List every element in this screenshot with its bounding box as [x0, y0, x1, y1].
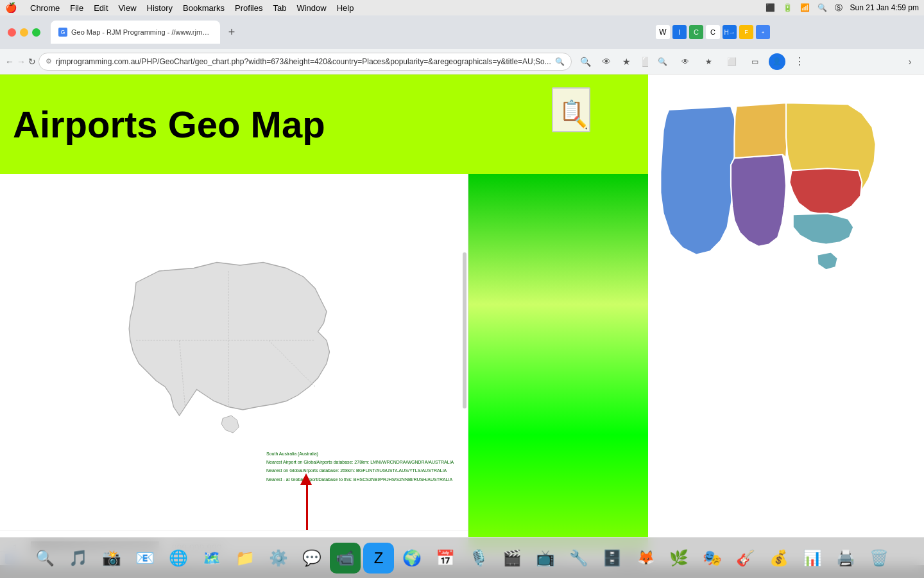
dock-app1[interactable]: 🌿: [663, 543, 694, 574]
menu-window[interactable]: Window: [296, 3, 326, 13]
pencil-icon: ✏️: [575, 118, 588, 130]
clock: Sun 21 Jan 4:59 pm: [850, 3, 919, 12]
right-sidebar-btn[interactable]: ▭: [746, 53, 764, 71]
dock-settings[interactable]: ⚙️: [263, 543, 294, 574]
australia-colored-svg: [648, 81, 924, 325]
right-zoom-btn[interactable]: 🔍: [653, 53, 671, 71]
right-profile-btn[interactable]: 👤: [769, 53, 785, 70]
dock-app2[interactable]: 🎭: [697, 543, 728, 574]
menu-history[interactable]: History: [147, 3, 173, 13]
dock-calendar[interactable]: 📅: [430, 543, 461, 574]
right-eye-btn[interactable]: 👁: [676, 53, 694, 71]
ext-row: W I C C H→ F +: [656, 25, 916, 39]
dock: 🔍 🎵 📸 📧 🌐 🗺️ 📁 ⚙️ 💬 📹 Z 🌍 📅 🎙️ 🎬 📺 🔧 🗄️ …: [0, 537, 924, 578]
menu-bookmarks[interactable]: Bookmarks: [183, 3, 225, 13]
label-nearest1: Nearest Airport on GlobalAirports databa…: [266, 459, 454, 466]
right-panel: W I C C H→ F + 🔍 👁 ★ ⬜ ▭ 👤 ⋮ ›: [648, 15, 924, 565]
dock-files[interactable]: 📁: [230, 543, 261, 574]
traffic-lights: [8, 28, 40, 37]
gradient-area: [468, 174, 648, 565]
dock-facetime[interactable]: 📹: [330, 543, 361, 574]
dock-chrome[interactable]: 🌍: [397, 543, 427, 574]
dock-music[interactable]: 🎵: [63, 543, 94, 574]
menu-view[interactable]: View: [119, 3, 137, 13]
siri-icon[interactable]: Ⓢ: [835, 3, 843, 13]
tab-favicon: G: [58, 28, 67, 37]
menu-file[interactable]: File: [70, 3, 83, 13]
map-area: South Australia (Australia) Nearest Airp…: [0, 174, 468, 565]
tab-title: Geo Map - RJM Programming - //www.rjmpro…: [71, 28, 212, 36]
dock-zoom[interactable]: Z: [363, 543, 394, 574]
page-title: Airports Geo Map: [13, 103, 325, 146]
dock-app6[interactable]: 🖨️: [830, 543, 861, 574]
eye-button[interactable]: 👁: [597, 53, 615, 71]
dock-safari[interactable]: 🌐: [163, 543, 194, 574]
dock-db[interactable]: 🗄️: [597, 543, 628, 574]
ext-icon-4[interactable]: C: [706, 25, 720, 39]
dock-app5[interactable]: 📊: [797, 543, 828, 574]
label-sa: South Australia (Australia): [266, 450, 454, 457]
notepad-icon: 📋: [560, 99, 583, 121]
dock-tools[interactable]: 🔧: [563, 543, 594, 574]
dock-app3[interactable]: 🎸: [730, 543, 761, 574]
search-menubar-icon[interactable]: 🔍: [817, 3, 827, 12]
bluetooth-icon: ⬛: [766, 3, 775, 12]
dock-podcast[interactable]: 🎙️: [463, 543, 494, 574]
forward-button[interactable]: →: [17, 53, 26, 71]
dock-tv[interactable]: 📺: [530, 543, 561, 574]
menu-edit[interactable]: Edit: [94, 3, 108, 13]
address-bar[interactable]: ⚙ rjmprogramming.com.au/PHP/GeoChart/geo…: [38, 53, 572, 71]
dock-mail[interactable]: 📧: [130, 543, 160, 574]
menu-bar-right: ⬛ 🔋 📶 🔍 Ⓢ Sun 21 Jan 4:59 pm: [766, 3, 919, 13]
dock-itunes[interactable]: 🎬: [497, 543, 527, 574]
dock-messages[interactable]: 💬: [296, 543, 327, 574]
ext-icon-2[interactable]: I: [672, 25, 687, 39]
right-chevron-btn[interactable]: ›: [901, 53, 919, 71]
map-container: South Australia (Australia) Nearest Airp…: [0, 174, 648, 565]
menu-tab[interactable]: Tab: [273, 3, 286, 13]
zoom-button[interactable]: 🔍: [577, 53, 595, 71]
apple-menu[interactable]: 🍎: [5, 2, 17, 13]
active-tab[interactable]: G Geo Map - RJM Programming - //www.rjmp…: [51, 21, 220, 44]
reload-button[interactable]: ↻: [28, 53, 36, 71]
dock-photos[interactable]: 📸: [96, 543, 127, 574]
ext-icon-6[interactable]: F: [739, 25, 753, 39]
dock-finder[interactable]: 🔍: [30, 543, 60, 574]
dock-firefox[interactable]: 🦊: [630, 543, 661, 574]
ext-icon-5[interactable]: H→: [723, 25, 737, 39]
right-panel-nav: 🔍 👁 ★ ⬜ ▭ 👤 ⋮ ›: [648, 49, 924, 74]
menu-bar: 🍎 Chrome File Edit View History Bookmark…: [0, 0, 924, 15]
close-button[interactable]: [8, 28, 16, 37]
menu-profiles[interactable]: Profiles: [235, 3, 262, 13]
minimize-button[interactable]: [20, 28, 28, 37]
address-text[interactable]: rjmprogramming.com.au/PHP/GeoChart/geo_c…: [56, 57, 551, 66]
ext-icon-3[interactable]: C: [689, 25, 703, 39]
dock-app4[interactable]: 💰: [764, 543, 794, 574]
main-page: Airports Geo Map 📋 ✏️: [0, 74, 648, 565]
right-star-btn[interactable]: ★: [699, 53, 717, 71]
right-more-btn[interactable]: ⋮: [791, 53, 809, 71]
back-button[interactable]: ←: [5, 53, 14, 71]
bookmark-button[interactable]: ★: [618, 53, 636, 71]
right-map-area: [648, 74, 924, 565]
label-nearest3: Nearest - at GlobalAirport/Database to t…: [266, 476, 454, 483]
dock-app7[interactable]: 🗑️: [864, 543, 894, 574]
page-content: Airports Geo Map 📋 ✏️: [0, 74, 648, 565]
wifi-icon: 📶: [800, 3, 810, 12]
ext-icon-1[interactable]: W: [656, 25, 670, 39]
nav-bar: ← → ↻ ⚙ rjmprogramming.com.au/PHP/GeoCha…: [0, 49, 648, 74]
dock-maps[interactable]: 🗺️: [196, 543, 227, 574]
new-tab-button[interactable]: +: [223, 23, 241, 41]
maximize-button[interactable]: [32, 28, 40, 37]
browser-window: G Geo Map - RJM Programming - //www.rjmp…: [0, 15, 648, 565]
menu-help[interactable]: Help: [337, 3, 354, 13]
australia-svg: [80, 236, 388, 468]
right-panel-toolbar: W I C C H→ F +: [648, 15, 924, 49]
ext-icon-7[interactable]: +: [756, 25, 770, 39]
right-share-btn[interactable]: ⬜: [723, 53, 740, 71]
secure-icon: ⚙: [46, 57, 52, 66]
menu-chrome[interactable]: Chrome: [30, 3, 60, 13]
page-icon-img: 📋 ✏️: [552, 87, 590, 132]
map-labels: South Australia (Australia) Nearest Airp…: [266, 450, 454, 483]
scroll-indicator[interactable]: [463, 252, 466, 409]
